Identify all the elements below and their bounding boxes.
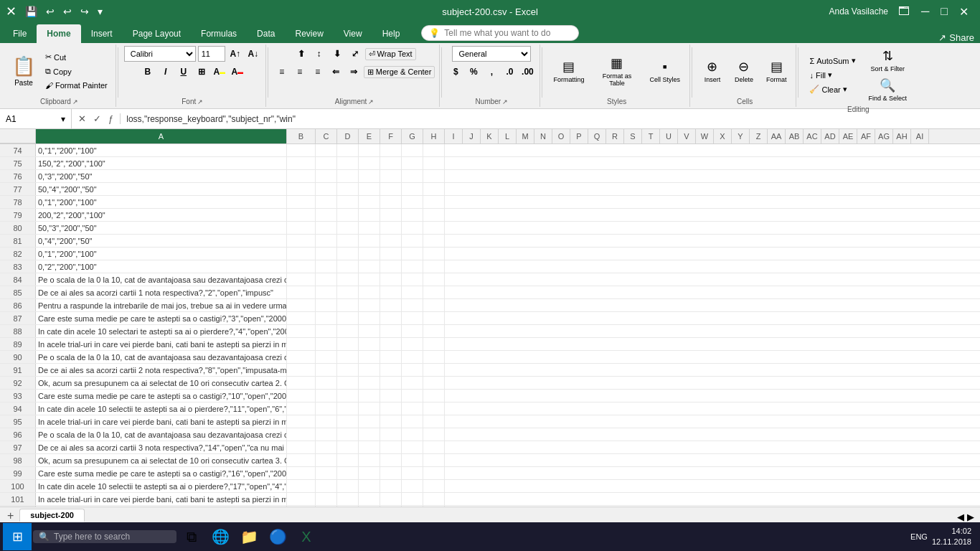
data-cell-empty[interactable]: [359, 454, 380, 466]
text-orient-button[interactable]: ⤢: [347, 46, 363, 62]
col-header-v[interactable]: V: [678, 129, 696, 143]
data-cell-empty[interactable]: [402, 196, 423, 208]
save-button[interactable]: 💾: [22, 4, 40, 19]
data-cell-empty[interactable]: [287, 170, 316, 182]
col-header-ah[interactable]: AH: [893, 129, 911, 143]
data-cell-empty[interactable]: [359, 493, 380, 505]
data-cell-a75[interactable]: 150,"2","200","100": [36, 157, 287, 169]
data-cell-empty[interactable]: [402, 415, 423, 428]
data-cell-empty[interactable]: [316, 209, 337, 221]
share-button[interactable]: ↗ Share: [938, 32, 974, 43]
data-cell-empty[interactable]: [287, 415, 316, 428]
fill-button[interactable]: ↓ Fill ▾: [804, 68, 860, 82]
tab-pagelayout[interactable]: Page Layout: [123, 24, 191, 43]
data-cell-empty[interactable]: [287, 377, 316, 389]
data-cell-a95[interactable]: In acele trial-uri in care vei pierde ba…: [36, 415, 287, 428]
data-cell-empty[interactable]: [316, 260, 337, 273]
sort-filter-button[interactable]: ⇅ Sort & Filter: [864, 46, 913, 75]
data-cell-a79[interactable]: 200,"2","200","100": [36, 209, 287, 221]
data-cell-empty[interactable]: [402, 390, 423, 402]
data-cell-empty[interactable]: [380, 325, 402, 337]
font-shrink-button[interactable]: A↓: [245, 46, 261, 62]
data-cell-empty[interactable]: [423, 428, 445, 441]
data-cell-empty[interactable]: [316, 183, 337, 195]
confirm-formula-button[interactable]: ✓: [91, 113, 103, 124]
conditional-formatting-button[interactable]: ▤ Formatting: [548, 57, 589, 85]
data-cell-a87[interactable]: Care este suma medie pe care te astepti …: [36, 312, 287, 324]
data-cell-empty[interactable]: [316, 235, 337, 247]
data-cell-empty[interactable]: [287, 196, 316, 208]
data-cell-empty[interactable]: [359, 196, 380, 208]
font-grow-button[interactable]: A↑: [227, 46, 243, 62]
accounting-button[interactable]: $: [448, 64, 463, 80]
data-cell-empty[interactable]: [359, 467, 380, 479]
align-middle-button[interactable]: ↕: [311, 46, 327, 62]
comma-button[interactable]: ,: [484, 64, 499, 80]
data-cell-a97[interactable]: De ce ai ales sa acorzi cartii 3 nota re…: [36, 441, 287, 453]
data-cell-empty[interactable]: [423, 312, 445, 324]
data-cell-empty[interactable]: [402, 428, 423, 441]
data-cell-empty[interactable]: [380, 299, 402, 311]
col-header-af[interactable]: AF: [857, 129, 875, 143]
data-cell-empty[interactable]: [316, 170, 337, 182]
data-cell-empty[interactable]: [337, 235, 359, 247]
align-right-button[interactable]: ≡: [310, 64, 326, 80]
data-cell-empty[interactable]: [359, 144, 380, 156]
data-cell-empty[interactable]: [423, 377, 445, 389]
data-cell-empty[interactable]: [316, 493, 337, 505]
data-cell-empty[interactable]: [287, 273, 316, 286]
format-painter-button[interactable]: 🖌 Format Painter: [42, 79, 111, 92]
data-cell-empty[interactable]: [423, 299, 445, 311]
data-cell-empty[interactable]: [359, 222, 380, 234]
data-cell-empty[interactable]: [316, 390, 337, 402]
tab-view[interactable]: View: [334, 24, 372, 43]
data-cell-empty[interactable]: [359, 441, 380, 453]
start-button[interactable]: ⊞: [3, 523, 32, 550]
data-cell-empty[interactable]: [402, 144, 423, 156]
data-cell-empty[interactable]: [402, 222, 423, 234]
sheet-scroll-left-button[interactable]: ◀: [957, 512, 964, 522]
data-cell-empty[interactable]: [359, 390, 380, 402]
data-cell-empty[interactable]: [402, 325, 423, 337]
data-cell-empty[interactable]: [380, 364, 402, 376]
sheet-tab-subject200[interactable]: subject-200: [19, 509, 85, 522]
data-cell-empty[interactable]: [359, 351, 380, 363]
col-header-m[interactable]: M: [517, 129, 534, 143]
data-cell-empty[interactable]: [402, 209, 423, 221]
data-cell-empty[interactable]: [316, 351, 337, 363]
data-cell-empty[interactable]: [402, 351, 423, 363]
data-cell-a100[interactable]: In cate din acele 10 selectii te astepti…: [36, 480, 287, 492]
col-header-w[interactable]: W: [696, 129, 714, 143]
data-cell-a80[interactable]: 50,"3","200","50": [36, 222, 287, 234]
insert-button[interactable]: ⊕ Insert: [698, 57, 727, 85]
data-cell-empty[interactable]: [402, 454, 423, 466]
data-cell-empty[interactable]: [380, 338, 402, 350]
data-cell-empty[interactable]: [287, 222, 316, 234]
data-cell-a74[interactable]: 0,"1","200","100": [36, 144, 287, 156]
data-cell-empty[interactable]: [316, 299, 337, 311]
data-cell-empty[interactable]: [337, 480, 359, 492]
col-header-j[interactable]: J: [463, 129, 481, 143]
close-button[interactable]: ✕: [953, 4, 974, 20]
col-header-s[interactable]: S: [624, 129, 642, 143]
data-cell-empty[interactable]: [287, 209, 316, 221]
data-cell-empty[interactable]: [359, 170, 380, 182]
data-cell-empty[interactable]: [287, 364, 316, 376]
data-cell-empty[interactable]: [337, 377, 359, 389]
data-cell-a88[interactable]: In cate din acele 10 selectari te astept…: [36, 325, 287, 337]
undo-button[interactable]: ↩: [43, 4, 57, 19]
maximize-button[interactable]: □: [935, 4, 953, 20]
align-top-button[interactable]: ⬆: [293, 46, 309, 62]
copy-button[interactable]: ⧉ Copy: [42, 65, 111, 78]
col-header-b[interactable]: B: [287, 129, 316, 143]
font-expand-icon[interactable]: ↗: [197, 98, 203, 105]
data-cell-a98[interactable]: Ok, acum sa presupunem ca ai selectat de…: [36, 454, 287, 466]
data-cell-empty[interactable]: [359, 183, 380, 195]
data-cell-empty[interactable]: [380, 467, 402, 479]
data-cell-empty[interactable]: [402, 467, 423, 479]
data-cell-empty[interactable]: [316, 364, 337, 376]
col-header-p[interactable]: P: [570, 129, 588, 143]
italic-button[interactable]: I: [158, 64, 174, 80]
insert-function-button[interactable]: ƒ: [106, 113, 116, 124]
col-header-d[interactable]: D: [337, 129, 359, 143]
